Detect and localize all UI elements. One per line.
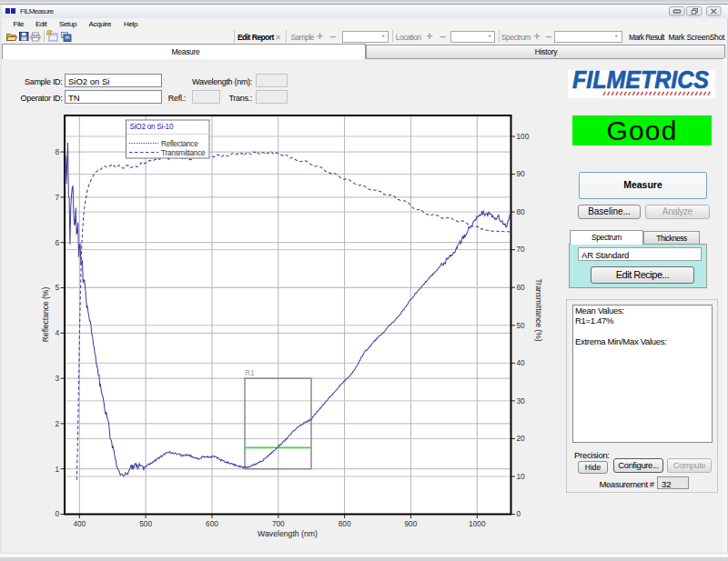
svg-text:0: 0 [517, 509, 521, 518]
svg-text:2: 2 [55, 419, 59, 428]
svg-text:90: 90 [517, 169, 526, 178]
svg-text:80: 80 [517, 207, 526, 216]
svg-text:3: 3 [55, 374, 59, 383]
svg-text:900: 900 [404, 519, 417, 528]
svg-text:400: 400 [73, 519, 86, 528]
svg-text:Reflectance: Reflectance [161, 140, 198, 148]
svg-text:700: 700 [272, 519, 285, 528]
svg-text:Transmittance: Transmittance [161, 149, 206, 157]
svg-text:10: 10 [517, 472, 526, 481]
svg-text:Transmittance (%): Transmittance (%) [534, 278, 543, 341]
svg-text:8: 8 [55, 147, 59, 156]
svg-text:Wavelength (nm): Wavelength (nm) [258, 529, 318, 538]
svg-text:SiO2 on Si-10: SiO2 on Si-10 [130, 123, 174, 131]
svg-text:7: 7 [55, 193, 59, 202]
svg-text:800: 800 [339, 519, 351, 528]
svg-text:30: 30 [517, 396, 526, 406]
svg-text:1000: 1000 [469, 519, 486, 528]
svg-text:40: 40 [517, 358, 526, 367]
svg-text:R1: R1 [245, 368, 255, 377]
svg-text:Reflectance (%): Reflectance (%) [41, 287, 50, 343]
svg-text:60: 60 [517, 283, 526, 292]
svg-text:5: 5 [55, 283, 59, 292]
svg-text:4: 4 [55, 328, 59, 337]
svg-text:20: 20 [517, 434, 526, 443]
svg-text:1: 1 [55, 465, 59, 474]
svg-text:100: 100 [517, 132, 530, 141]
svg-text:6: 6 [55, 238, 59, 247]
svg-text:50: 50 [517, 321, 526, 330]
svg-text:70: 70 [517, 245, 526, 254]
svg-text:500: 500 [139, 519, 152, 528]
svg-text:0: 0 [55, 509, 59, 518]
svg-text:600: 600 [206, 519, 218, 528]
svg-text:FILMETRICS: FILMETRICS [572, 65, 710, 94]
